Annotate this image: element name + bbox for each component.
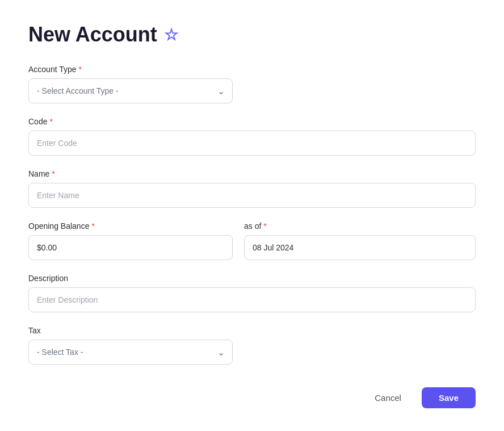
code-required: * [49, 117, 52, 126]
account-type-label: Account Type * [28, 65, 476, 74]
tax-label: Tax [28, 326, 476, 335]
as-of-input[interactable] [244, 235, 476, 260]
account-type-select-wrapper: - Select Account Type - Asset Liability … [28, 78, 233, 103]
page-container: New Account ☆ Account Type * - Select Ac… [0, 0, 504, 431]
opening-balance-group: Opening Balance * [28, 221, 233, 260]
description-group: Description [28, 274, 476, 312]
favorite-star-icon[interactable]: ☆ [164, 26, 178, 44]
balance-row: Opening Balance * as of * [28, 221, 476, 274]
form-actions: Cancel Save [28, 387, 476, 408]
tax-select[interactable]: - Select Tax - [28, 340, 233, 365]
name-input[interactable] [28, 183, 476, 208]
account-type-group: Account Type * - Select Account Type - A… [28, 65, 476, 103]
page-title: New Account [28, 23, 157, 47]
code-input[interactable] [28, 131, 476, 156]
cancel-button[interactable]: Cancel [363, 387, 413, 408]
name-group: Name * [28, 169, 476, 208]
code-label: Code * [28, 117, 476, 126]
opening-balance-input[interactable] [28, 235, 233, 260]
tax-group: Tax - Select Tax - ⌄ [28, 326, 476, 365]
code-group: Code * [28, 117, 476, 156]
name-required: * [52, 169, 54, 178]
page-title-row: New Account ☆ [28, 23, 476, 47]
account-type-required: * [79, 65, 82, 74]
as-of-required: * [263, 221, 266, 231]
description-label: Description [28, 274, 476, 283]
as-of-label: as of * [244, 221, 476, 231]
account-type-select[interactable]: - Select Account Type - Asset Liability … [28, 78, 233, 103]
as-of-group: as of * [244, 221, 476, 260]
opening-balance-required: * [91, 221, 94, 231]
name-label: Name * [28, 169, 476, 178]
tax-select-wrapper: - Select Tax - ⌄ [28, 340, 233, 365]
save-button[interactable]: Save [422, 387, 476, 408]
opening-balance-label: Opening Balance * [28, 221, 233, 231]
description-input[interactable] [28, 287, 476, 312]
